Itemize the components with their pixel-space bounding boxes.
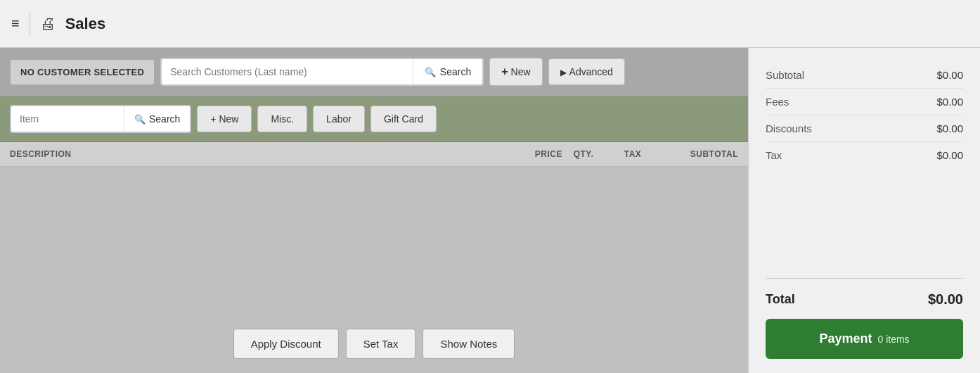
discounts-row: Discounts $0.00 [766, 115, 963, 142]
discounts-label: Discounts [766, 122, 812, 134]
table-header: DESCRIPTION PRICE QTY. TAX SUBTOTAL [0, 142, 748, 167]
top-nav: ≡ 🖨 Sales [0, 0, 980, 48]
table-body: Apply Discount Set Tax Show Notes [0, 167, 748, 373]
subtotal-row: Subtotal $0.00 [766, 62, 963, 89]
fees-label: Fees [766, 96, 789, 108]
nav-divider [30, 11, 30, 37]
item-search-button[interactable]: Search [124, 106, 190, 132]
payment-button[interactable]: Payment 0 items [766, 319, 963, 359]
labor-button[interactable]: Labor [313, 106, 365, 132]
col-header-qty: QTY. [562, 149, 605, 159]
customer-search-label: Search [440, 66, 471, 77]
customer-search-button[interactable]: Search [413, 59, 482, 84]
action-buttons-row: Apply Discount Set Tax Show Notes [0, 329, 748, 359]
item-search-label: Search [149, 113, 180, 125]
sales-logo-icon: 🖨 [40, 15, 56, 33]
advanced-button[interactable]: Advanced [548, 58, 625, 85]
fees-row: Fees $0.00 [766, 89, 963, 115]
apply-discount-button[interactable]: Apply Discount [233, 329, 339, 359]
item-search-wrapper: Search [10, 105, 191, 133]
fees-value: $0.00 [936, 96, 963, 108]
gift-card-button[interactable]: Gift Card [370, 106, 437, 132]
total-divider [766, 278, 963, 279]
page-title: Sales [65, 15, 106, 33]
tax-row: Tax $0.00 [766, 142, 963, 168]
payment-label: Payment [819, 331, 872, 346]
set-tax-button[interactable]: Set Tax [346, 329, 416, 359]
subtotal-label: Subtotal [766, 69, 804, 81]
advanced-label: Advanced [569, 66, 613, 77]
search-icon [425, 66, 436, 77]
customer-search-wrapper: Search [160, 58, 484, 86]
plus-icon [501, 65, 508, 78]
item-bar: Search + New Misc. Labor Gift Card [0, 96, 748, 142]
col-header-tax: TAX [605, 149, 661, 159]
summary-section: Subtotal $0.00 Fees $0.00 Discounts $0.0… [766, 62, 963, 272]
hamburger-icon[interactable]: ≡ [11, 15, 20, 32]
discounts-value: $0.00 [936, 122, 963, 134]
customer-bar: NO CUSTOMER SELECTED Search New Advanced [0, 48, 748, 96]
left-panel: NO CUSTOMER SELECTED Search New Advanced [0, 48, 748, 373]
chevron-icon [560, 66, 567, 77]
main-layout: NO CUSTOMER SELECTED Search New Advanced [0, 48, 980, 373]
item-search-icon [134, 113, 146, 125]
total-label: Total [766, 292, 795, 307]
col-header-subtotal: SUBTOTAL [661, 149, 738, 159]
tax-value: $0.00 [936, 149, 963, 161]
show-notes-button[interactable]: Show Notes [423, 329, 515, 359]
payment-items-count: 0 items [877, 334, 909, 345]
right-panel: Subtotal $0.00 Fees $0.00 Discounts $0.0… [748, 48, 980, 373]
total-value: $0.00 [928, 291, 963, 308]
col-header-price: PRICE [506, 149, 562, 159]
misc-button[interactable]: Misc. [257, 106, 307, 132]
col-header-description: DESCRIPTION [10, 149, 506, 159]
new-item-button[interactable]: + New [197, 106, 252, 132]
tax-label: Tax [766, 149, 782, 161]
subtotal-value: $0.00 [936, 69, 963, 81]
customer-search-input[interactable] [162, 59, 413, 84]
total-row: Total $0.00 [766, 284, 963, 319]
new-customer-button[interactable]: New [489, 58, 542, 86]
item-search-input[interactable] [11, 106, 124, 132]
new-customer-label: New [511, 66, 531, 77]
no-customer-button[interactable]: NO CUSTOMER SELECTED [10, 59, 155, 85]
